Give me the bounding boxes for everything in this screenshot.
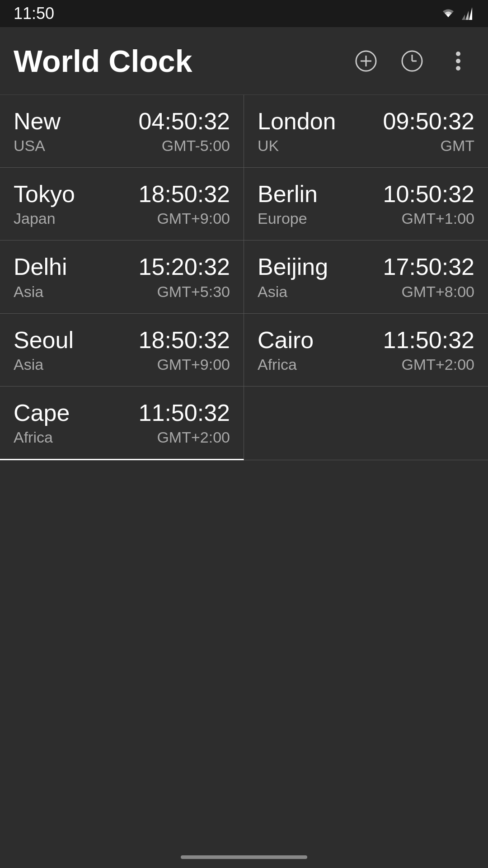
clock-cell-inner: New USA 04:50:32 GMT-5:00 xyxy=(14,108,230,155)
city-name: Seoul xyxy=(14,327,74,353)
city-info: New USA xyxy=(14,108,61,155)
gmt-offset: GMT+2:00 xyxy=(401,356,474,373)
time-display: 15:20:32 xyxy=(139,254,230,280)
app-title: World Clock xyxy=(14,43,350,79)
svg-point-9 xyxy=(456,52,460,56)
time-display: 17:50:32 xyxy=(383,254,474,280)
region-name: Japan xyxy=(14,210,75,227)
time-display: 10:50:32 xyxy=(383,181,474,207)
time-info: 18:50:32 GMT+9:00 xyxy=(139,181,230,227)
city-name: Berlin xyxy=(258,181,318,207)
svg-marker-2 xyxy=(469,7,472,20)
city-info: Tokyo Japan xyxy=(14,181,75,227)
app-bar: World Clock xyxy=(0,27,488,95)
city-info: Delhi Asia xyxy=(14,254,67,300)
region-name: Asia xyxy=(14,356,74,373)
time-display: 18:50:32 xyxy=(139,327,230,353)
svg-marker-0 xyxy=(462,14,465,20)
clock-cell-berlin[interactable]: Berlin Europe 10:50:32 GMT+1:00 xyxy=(244,168,488,241)
clock-button[interactable] xyxy=(396,45,428,77)
clock-cell-inner: Cape Africa 11:50:32 GMT+2:00 xyxy=(14,400,230,446)
city-name: London xyxy=(258,108,336,134)
time-info: 18:50:32 GMT+9:00 xyxy=(139,327,230,373)
empty-cell xyxy=(244,387,488,460)
city-info: Seoul Asia xyxy=(14,327,74,373)
clock-cell-inner: Cairo Africa 11:50:32 GMT+2:00 xyxy=(258,327,474,373)
city-name: Tokyo xyxy=(14,181,75,207)
gmt-offset: GMT+1:00 xyxy=(401,210,474,227)
time-display: 11:50:32 xyxy=(383,327,474,353)
gmt-offset: GMT+2:00 xyxy=(157,429,230,446)
clock-cell-inner: London UK 09:50:32 GMT xyxy=(258,108,474,155)
clock-cell-new[interactable]: New USA 04:50:32 GMT-5:00 xyxy=(0,95,244,168)
status-bar: 11:50 xyxy=(0,0,488,27)
wifi-icon xyxy=(440,7,456,20)
clock-cell-inner: Delhi Asia 15:20:32 GMT+5:30 xyxy=(14,254,230,300)
clock-cell-london[interactable]: London UK 09:50:32 GMT xyxy=(244,95,488,168)
time-info: 17:50:32 GMT+8:00 xyxy=(383,254,474,300)
more-options-button[interactable] xyxy=(442,45,474,77)
city-info: Cape Africa xyxy=(14,400,70,446)
city-name: New xyxy=(14,108,61,134)
city-name: Delhi xyxy=(14,254,67,280)
svg-point-11 xyxy=(456,66,460,71)
gmt-offset: GMT+9:00 xyxy=(157,356,230,373)
clock-cell-beijing[interactable]: Beijing Asia 17:50:32 GMT+8:00 xyxy=(244,241,488,313)
region-name: Africa xyxy=(14,429,70,446)
clock-grid: New USA 04:50:32 GMT-5:00 London UK 09:5… xyxy=(0,95,488,460)
city-name: Beijing xyxy=(258,254,328,280)
signal-icon xyxy=(462,7,474,20)
clock-cell-delhi[interactable]: Delhi Asia 15:20:32 GMT+5:30 xyxy=(0,241,244,313)
clock-cell-inner: Berlin Europe 10:50:32 GMT+1:00 xyxy=(258,181,474,227)
time-info: 10:50:32 GMT+1:00 xyxy=(383,181,474,227)
time-info: 09:50:32 GMT xyxy=(383,108,474,155)
time-info: 11:50:32 GMT+2:00 xyxy=(139,400,230,446)
region-name: Africa xyxy=(258,356,314,373)
clock-cell-cape[interactable]: Cape Africa 11:50:32 GMT+2:00 xyxy=(0,387,244,460)
time-display: 04:50:32 xyxy=(139,108,230,134)
status-time: 11:50 xyxy=(14,4,54,23)
app-bar-actions xyxy=(350,45,474,77)
gmt-offset: GMT+8:00 xyxy=(401,283,474,301)
svg-point-10 xyxy=(456,59,460,63)
clock-cell-tokyo[interactable]: Tokyo Japan 18:50:32 GMT+9:00 xyxy=(0,168,244,241)
city-name: Cape xyxy=(14,400,70,426)
region-name: UK xyxy=(258,137,336,155)
clock-cell-inner: Beijing Asia 17:50:32 GMT+8:00 xyxy=(258,254,474,300)
region-name: Europe xyxy=(258,210,318,227)
city-info: Berlin Europe xyxy=(258,181,318,227)
time-info: 04:50:32 GMT-5:00 xyxy=(139,108,230,155)
time-display: 11:50:32 xyxy=(139,400,230,426)
status-icons xyxy=(440,7,474,20)
region-name: Asia xyxy=(14,283,67,301)
gmt-offset: GMT+5:30 xyxy=(157,283,230,301)
clock-cell-seoul[interactable]: Seoul Asia 18:50:32 GMT+9:00 xyxy=(0,314,244,387)
city-info: London UK xyxy=(258,108,336,155)
time-display: 09:50:32 xyxy=(383,108,474,134)
clock-cell-inner: Seoul Asia 18:50:32 GMT+9:00 xyxy=(14,327,230,373)
gmt-offset: GMT-5:00 xyxy=(162,137,230,155)
region-name: Asia xyxy=(258,283,328,301)
clock-cell-inner: Tokyo Japan 18:50:32 GMT+9:00 xyxy=(14,181,230,227)
clock-cell-cairo[interactable]: Cairo Africa 11:50:32 GMT+2:00 xyxy=(244,314,488,387)
add-clock-button[interactable] xyxy=(350,45,382,77)
city-name: Cairo xyxy=(258,327,314,353)
svg-marker-1 xyxy=(465,11,469,20)
gmt-offset: GMT xyxy=(440,137,474,155)
time-info: 11:50:32 GMT+2:00 xyxy=(383,327,474,373)
time-info: 15:20:32 GMT+5:30 xyxy=(139,254,230,300)
time-display: 18:50:32 xyxy=(139,181,230,207)
region-name: USA xyxy=(14,137,61,155)
city-info: Cairo Africa xyxy=(258,327,314,373)
home-indicator xyxy=(181,855,307,859)
gmt-offset: GMT+9:00 xyxy=(157,210,230,227)
city-info: Beijing Asia xyxy=(258,254,328,300)
